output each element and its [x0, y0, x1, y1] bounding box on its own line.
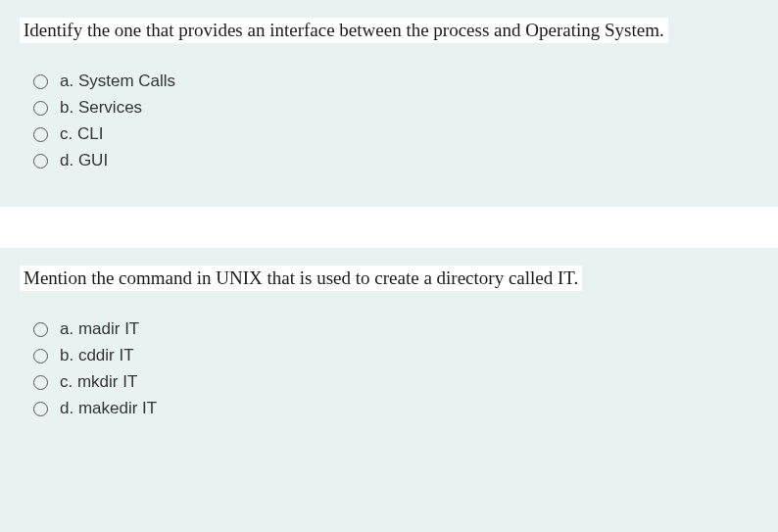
- option-label: b. cddir IT: [60, 346, 134, 365]
- radio-icon[interactable]: [33, 74, 48, 89]
- option-label: c. CLI: [60, 124, 103, 144]
- radio-icon[interactable]: [33, 154, 48, 169]
- radio-icon[interactable]: [33, 375, 48, 390]
- option-label: b. Services: [60, 98, 142, 118]
- options-list: a. madir IT b. cddir IT c. mkdir IT d. m…: [33, 319, 758, 418]
- question-text: Mention the command in UNIX that is used…: [20, 266, 582, 291]
- option-label: a. madir IT: [60, 319, 139, 339]
- separator: [0, 207, 778, 248]
- radio-icon[interactable]: [33, 101, 48, 116]
- option-row[interactable]: b. cddir IT: [33, 346, 758, 365]
- option-label: d. GUI: [60, 151, 108, 170]
- radio-icon[interactable]: [33, 349, 48, 363]
- question-block-1: Identify the one that provides an interf…: [0, 0, 778, 207]
- option-row[interactable]: a. System Calls: [33, 72, 758, 91]
- radio-icon[interactable]: [33, 127, 48, 142]
- option-label: c. mkdir IT: [60, 372, 137, 392]
- option-row[interactable]: a. madir IT: [33, 319, 758, 339]
- radio-icon[interactable]: [33, 402, 48, 416]
- option-label: d. makedir IT: [60, 399, 157, 418]
- option-row[interactable]: b. Services: [33, 98, 758, 118]
- question-block-2: Mention the command in UNIX that is used…: [0, 248, 778, 455]
- radio-icon[interactable]: [33, 322, 48, 337]
- option-row[interactable]: d. makedir IT: [33, 399, 758, 418]
- option-row[interactable]: c. mkdir IT: [33, 372, 758, 392]
- question-text: Identify the one that provides an interf…: [20, 18, 668, 43]
- option-row[interactable]: c. CLI: [33, 124, 758, 144]
- option-label: a. System Calls: [60, 72, 175, 91]
- options-list: a. System Calls b. Services c. CLI d. GU…: [33, 72, 758, 170]
- option-row[interactable]: d. GUI: [33, 151, 758, 170]
